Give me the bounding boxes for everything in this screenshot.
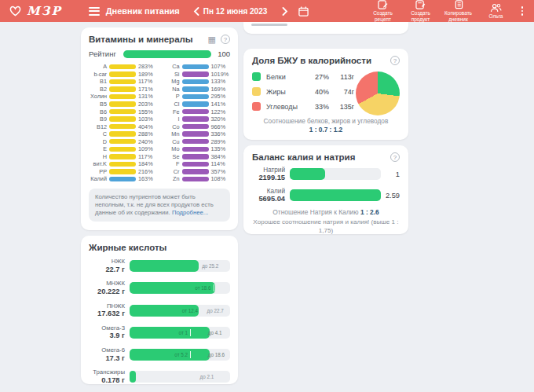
balance-row: Натрий 2199.15 1 <box>252 167 400 182</box>
nutrient-bar <box>109 177 136 182</box>
nutrient-name: Si <box>162 71 182 78</box>
copy-diary-label-1: Копировать <box>444 10 472 16</box>
nutrient-percent: 141% <box>209 101 231 108</box>
legend-name: Углеводы <box>266 103 307 111</box>
nutrient-bar <box>182 124 209 130</box>
nutrient-percent: 109% <box>136 145 158 152</box>
nutrient-bar <box>109 79 136 85</box>
nutrient-bar <box>182 94 209 100</box>
mineral-name: Калий <box>252 188 285 195</box>
create-product-button[interactable]: Создать продукт <box>406 0 436 22</box>
mineral-name: Натрий <box>252 167 285 174</box>
create-recipe-label-1: Создать <box>373 10 393 16</box>
note-more-link[interactable]: Подробнее... <box>172 209 208 216</box>
nutrient-percent: 107% <box>209 63 231 70</box>
nutrient-bar <box>109 94 136 100</box>
fatty-row: Омега-3 3.9 г от 1до 4.1 <box>89 325 230 340</box>
legend-swatch <box>252 87 261 96</box>
nutrient-row: B9 103% <box>89 115 158 123</box>
nutrient-percent: 117% <box>136 153 158 160</box>
fatty-acids-title: Жирные кислоты <box>89 243 166 252</box>
nutrient-percent: 384% <box>209 153 231 160</box>
balance-bar <box>290 189 381 201</box>
nutrient-name: E <box>89 145 109 152</box>
nutrient-name: Cr <box>162 168 182 175</box>
balance-title: Баланс калия и натрия <box>252 152 355 162</box>
nutrient-percent: 336% <box>209 130 231 137</box>
chevron-right-icon <box>282 7 288 16</box>
table-view-icon[interactable]: ▦ <box>208 35 216 44</box>
fatty-value: 3.9 г <box>89 332 125 340</box>
more-menu-button[interactable] <box>521 6 524 16</box>
nutrient-row: F 114% <box>162 160 231 168</box>
clipped-panel-remnant <box>243 22 408 34</box>
help-icon[interactable]: ? <box>221 35 230 44</box>
nutrient-percent: 135% <box>209 145 231 152</box>
nutrient-percent: 155% <box>136 108 158 115</box>
nutrient-name: Zn <box>162 175 182 182</box>
nutrient-row: Na 169% <box>162 86 231 93</box>
nutrient-grid: A 283% b-car 189% B1 117% <box>89 63 230 183</box>
vitamins-column-right: Ca 107% Si 1019% Mg 133% <box>162 63 231 183</box>
nutrient-percent: 133% <box>209 78 231 85</box>
nutrient-row: Холин 131% <box>89 93 158 101</box>
nutrient-row: Se 384% <box>162 153 231 161</box>
menu-icon[interactable] <box>89 7 100 16</box>
nutrient-name: Cl <box>162 101 182 108</box>
normalized-value: 2.59 <box>381 192 400 200</box>
balance-track <box>290 168 381 180</box>
nutrient-name: D <box>89 138 109 145</box>
legend-grams: 135г <box>329 103 354 111</box>
fatty-track: до 2.1 <box>130 371 230 383</box>
bju-panel: Доля БЖУ в калорийности ? Белки 27% 113г… <box>243 49 408 140</box>
nutrient-bar <box>109 101 136 107</box>
prev-day-button[interactable] <box>191 5 202 16</box>
current-date[interactable]: Пн 12 июня 2023 <box>203 7 268 16</box>
rating-value: 100 <box>218 49 230 58</box>
range-marker: до 18.6 <box>208 349 225 361</box>
vitamins-note: Количество нутриентов может быть неполны… <box>89 189 230 222</box>
next-day-button[interactable] <box>280 5 291 16</box>
nutrient-row: B1 117% <box>89 78 158 86</box>
fatty-row: ПНЖК 17.632 г от 12.4до 22.7 <box>89 303 230 318</box>
user-name: Ольга <box>488 13 503 20</box>
fatty-name: НЖК <box>89 258 125 266</box>
copy-diary-button[interactable]: Копировать дневник <box>444 0 474 22</box>
users-icon <box>490 3 502 13</box>
nutrient-percent: 114% <box>209 160 231 167</box>
chevron-left-icon <box>193 7 199 16</box>
nutrient-percent: 117% <box>136 78 158 85</box>
balance-bar <box>290 168 325 180</box>
create-recipe-button[interactable]: Создать рецепт <box>368 0 398 22</box>
nutrient-name: Mg <box>162 78 182 85</box>
user-menu-button[interactable]: Ольга <box>481 3 511 20</box>
nutrient-row: B5 203% <box>89 101 158 108</box>
rating-bar <box>123 50 211 58</box>
help-icon[interactable]: ? <box>390 56 400 65</box>
rating-label: Рейтинг <box>89 49 123 58</box>
nutrient-percent: 966% <box>209 123 231 130</box>
fatty-rows: НЖК 22.7 г до 25.2 МНЖК 20.222 г <box>89 258 230 385</box>
nutrient-row: Ca 107% <box>162 63 231 71</box>
nutrient-row: PP 216% <box>89 168 158 176</box>
nutrient-percent: 404% <box>136 123 158 130</box>
nutrient-row: C 288% <box>89 130 158 138</box>
nutrient-percent: 283% <box>136 63 158 70</box>
app-logo[interactable]: МЗР <box>9 4 62 18</box>
clipped-text-smudge <box>251 24 287 26</box>
legend-swatch <box>252 102 261 111</box>
nutrient-name: вит.K <box>89 160 109 167</box>
nutrient-row: Cl 141% <box>162 101 231 108</box>
normalized-value: 1 <box>381 170 400 178</box>
nutrient-row: Mn 336% <box>162 130 231 138</box>
bju-title: Доля БЖУ в калорийности <box>252 56 371 65</box>
nutrient-bar <box>109 169 136 174</box>
nutrient-percent: 216% <box>136 168 158 175</box>
fatty-bar <box>130 371 136 383</box>
nutrient-name: B2 <box>89 86 109 93</box>
calendar-button[interactable] <box>298 6 309 16</box>
nutrient-bar <box>182 177 209 182</box>
help-icon[interactable]: ? <box>390 152 400 162</box>
nutrient-name: Co <box>162 123 182 130</box>
vitamins-column-left: A 283% b-car 189% B1 117% <box>89 63 158 183</box>
